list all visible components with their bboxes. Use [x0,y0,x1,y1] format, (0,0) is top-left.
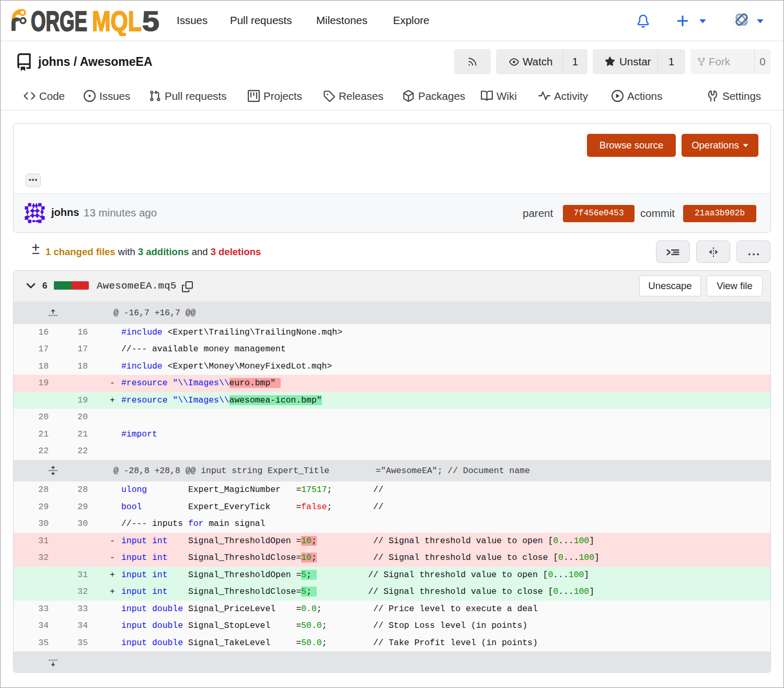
svg-text:MQL: MQL [92,6,142,36]
svg-text:ORGE: ORGE [31,6,87,36]
svg-text:5: 5 [142,6,159,36]
